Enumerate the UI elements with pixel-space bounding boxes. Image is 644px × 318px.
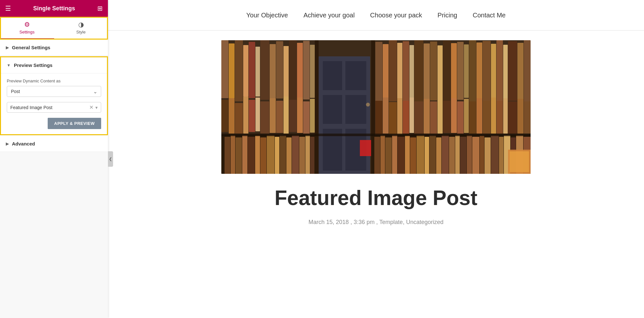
nav-your-objective[interactable]: Your Objective — [246, 12, 288, 19]
menu-icon[interactable]: ☰ — [5, 5, 11, 12]
svg-rect-52 — [457, 42, 464, 100]
grid-icon[interactable]: ⊞ — [97, 5, 103, 12]
svg-rect-66 — [397, 98, 402, 134]
svg-rect-58 — [496, 40, 503, 101]
svg-rect-81 — [496, 101, 503, 134]
selected-post-name: Featured Image Post — [10, 105, 87, 110]
nav-choose-pack[interactable]: Choose your pack — [370, 12, 422, 19]
svg-rect-77 — [469, 101, 476, 134]
nav-contact-me[interactable]: Contact Me — [473, 12, 505, 19]
svg-rect-122 — [491, 135, 499, 174]
svg-rect-105 — [385, 137, 392, 174]
svg-rect-71 — [430, 101, 437, 134]
post-title: Featured Image Post — [114, 187, 638, 209]
svg-rect-43 — [397, 43, 402, 101]
style-tab-icon: ◑ — [78, 21, 84, 28]
svg-rect-33 — [323, 95, 342, 124]
general-settings-label: General Settings — [12, 45, 50, 50]
svg-rect-34 — [345, 95, 366, 124]
svg-rect-88 — [225, 137, 230, 174]
tab-style[interactable]: ◑ Style — [54, 17, 108, 39]
svg-rect-25 — [289, 100, 297, 132]
tab-settings[interactable]: ⚙ Settings — [0, 17, 54, 39]
nav-bar: Your Objective Achieve your goal Choose … — [108, 0, 644, 31]
svg-rect-99 — [292, 135, 299, 174]
svg-rect-68 — [409, 98, 414, 133]
nav-pricing[interactable]: Pricing — [437, 12, 457, 19]
post-dropdown-button[interactable]: ▾ — [95, 105, 98, 110]
svg-rect-117 — [460, 137, 466, 174]
svg-rect-80 — [491, 98, 496, 134]
post-info: Featured Image Post March 15, 2018 , 3:3… — [108, 174, 644, 232]
svg-rect-62 — [524, 40, 531, 102]
svg-rect-110 — [417, 135, 424, 174]
svg-rect-29 — [315, 40, 319, 174]
svg-rect-53 — [464, 44, 469, 98]
svg-rect-32 — [345, 61, 366, 90]
svg-rect-51 — [451, 43, 457, 99]
svg-rect-70 — [424, 99, 430, 134]
svg-rect-3 — [235, 40, 243, 101]
svg-rect-74 — [451, 98, 457, 133]
svg-rect-46 — [414, 40, 423, 102]
svg-rect-95 — [267, 135, 274, 174]
advanced-arrow: ▶ — [6, 142, 9, 146]
nav-achieve-goal[interactable]: Achieve your goal — [303, 12, 355, 19]
featured-image — [221, 40, 531, 174]
svg-rect-76 — [464, 99, 469, 133]
svg-rect-89 — [231, 135, 235, 174]
svg-rect-13 — [303, 41, 310, 99]
svg-rect-91 — [242, 135, 247, 174]
svg-rect-103 — [374, 137, 380, 174]
svg-rect-100 — [299, 137, 305, 174]
content-type-select[interactable]: Post Page Custom Post — [7, 86, 101, 97]
apply-preview-button[interactable]: APPLY & PREVIEW — [48, 118, 101, 129]
post-meta: March 15, 2018 , 3:36 pm , Template, Unc… — [114, 219, 638, 226]
svg-rect-5 — [249, 42, 255, 98]
svg-rect-50 — [443, 41, 451, 101]
svg-rect-119 — [472, 137, 479, 174]
apply-btn-row: APPLY & PREVIEW — [7, 118, 101, 129]
svg-rect-24 — [284, 97, 289, 134]
svg-rect-61 — [517, 43, 524, 99]
svg-rect-120 — [480, 136, 484, 174]
svg-rect-38 — [360, 140, 373, 156]
svg-rect-101 — [305, 135, 310, 174]
svg-rect-78 — [476, 98, 482, 134]
svg-rect-59 — [503, 45, 508, 99]
svg-rect-97 — [280, 135, 286, 174]
svg-rect-112 — [429, 135, 436, 174]
preview-settings-arrow: ▼ — [7, 63, 11, 68]
preview-settings-header[interactable]: ▼ Preview Settings — [1, 57, 107, 73]
post-select-row: Featured Image Post ✕ ▾ — [7, 102, 101, 113]
svg-rect-106 — [392, 135, 397, 174]
svg-rect-21 — [260, 101, 269, 134]
svg-rect-84 — [517, 99, 524, 134]
svg-rect-27 — [303, 101, 310, 134]
svg-rect-121 — [485, 137, 491, 174]
svg-rect-98 — [286, 137, 292, 174]
svg-rect-94 — [260, 137, 266, 174]
sidebar-header: ☰ Single Settings ⊞ — [0, 0, 108, 17]
svg-rect-11 — [289, 40, 297, 101]
svg-rect-20 — [255, 98, 260, 131]
advanced-header[interactable]: ▶ Advanced — [0, 136, 108, 152]
svg-rect-123 — [499, 137, 504, 174]
svg-rect-73 — [443, 101, 451, 133]
sidebar-content: ▶ General Settings ▼ Preview Settings Pr… — [0, 40, 108, 318]
svg-rect-54 — [469, 40, 476, 102]
svg-rect-72 — [437, 98, 443, 134]
general-settings-arrow: ▶ — [6, 45, 9, 50]
svg-rect-16 — [229, 98, 235, 134]
svg-rect-75 — [457, 101, 464, 134]
svg-rect-22 — [270, 98, 276, 133]
general-settings-header[interactable]: ▶ General Settings — [0, 40, 108, 56]
svg-rect-69 — [414, 101, 423, 134]
style-tab-label: Style — [76, 30, 86, 34]
sidebar-collapse-handle[interactable]: ❮ — [108, 151, 113, 167]
settings-tab-icon: ⚙ — [24, 21, 30, 28]
clear-post-button[interactable]: ✕ — [89, 104, 93, 110]
svg-rect-107 — [398, 137, 405, 174]
svg-rect-93 — [255, 136, 260, 174]
svg-rect-7 — [260, 40, 269, 100]
